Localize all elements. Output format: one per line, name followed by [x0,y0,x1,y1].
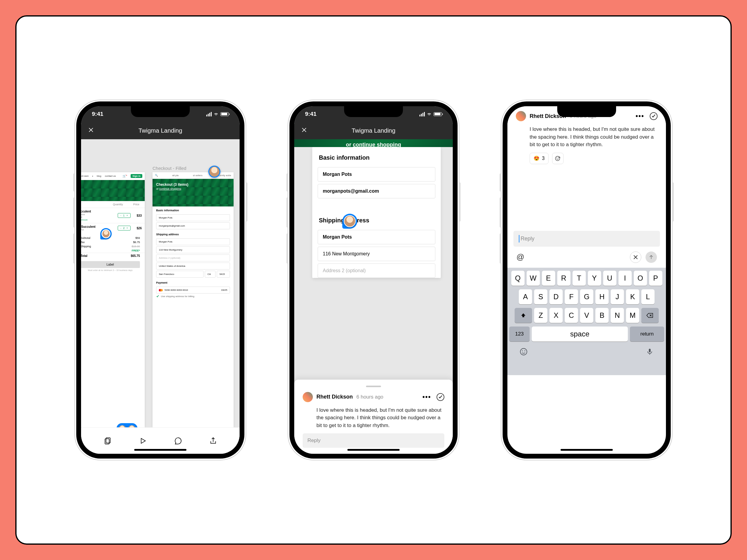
quantity-stepper[interactable]: - 2 + [118,226,131,231]
quantity-stepper[interactable]: - 1 + [118,213,131,218]
comment-time: 6 hours ago [356,394,383,400]
key-i[interactable]: I [618,271,632,286]
key-v[interactable]: V [580,308,593,323]
key-q[interactable]: Q [511,271,524,286]
add-reaction-button[interactable] [552,153,564,164]
artboard-cart[interactable]: plant care▾ blog contact us 🛒● Sign in Q… [81,172,145,427]
space-key[interactable]: space [532,326,628,342]
home-indicator[interactable] [561,449,613,451]
pages-icon[interactable] [104,437,112,446]
address-field[interactable]: 116 New Montgomery [318,247,435,261]
card-field[interactable]: 5206 8283 8283 8310 03/25 [156,287,230,294]
shift-key[interactable] [515,308,532,323]
label-button[interactable]: Label [81,261,140,268]
address2-field[interactable]: Address 2 (optional) [156,255,230,261]
resolve-icon[interactable] [650,112,658,120]
continue-shopping-link[interactable]: continue shopping [353,142,401,148]
key-g[interactable]: G [580,289,593,304]
name-field[interactable]: Morgan Pots [156,214,230,221]
remove-link[interactable]: Remove [81,218,118,221]
return-key[interactable]: return [630,326,664,342]
comment-panel: Rhett Dickson 6 hours ago ••• I love whe… [294,380,453,454]
key-z[interactable]: Z [534,308,547,323]
key-j[interactable]: J [611,289,624,304]
country-field[interactable]: United States of America [156,263,230,269]
col-price: Price [133,203,139,206]
reply-input[interactable]: Reply [513,231,660,247]
key-e[interactable]: E [542,271,555,286]
close-icon[interactable] [88,126,94,135]
cart-icon[interactable]: 🛒● [123,175,127,178]
continue-shopping-link[interactable]: continue shopping [159,187,181,190]
name-field[interactable]: Morgan Pots [318,167,435,182]
design-detail[interactable]: Basic information Morgan Pots morganpots… [294,147,453,344]
design-canvas[interactable]: plant care▾ blog contact us 🛒● Sign in Q… [81,139,239,427]
resolve-icon[interactable] [437,393,444,401]
key-p[interactable]: P [649,271,662,286]
page-title: Twigma Landing [352,127,395,134]
key-k[interactable]: K [626,289,639,304]
address2-field[interactable]: Address 2 (optional) [318,264,435,278]
close-icon[interactable] [301,126,307,135]
search-icon[interactable]: 🔍 [155,174,158,177]
cancel-button[interactable] [630,251,641,263]
backspace-key[interactable] [641,308,659,323]
artboard-checkout[interactable]: Checkout - Filled 🔍 all pla st sellers r… [153,172,234,427]
key-w[interactable]: W [526,271,540,286]
more-icon[interactable]: ••• [422,393,431,401]
nav-link[interactable]: contact us [105,175,115,177]
key-c[interactable]: C [565,308,578,323]
state-field[interactable]: CA [205,271,215,277]
avatar [516,111,526,121]
mic-key[interactable] [645,348,654,357]
key-y[interactable]: Y [588,271,601,286]
billing-checkbox[interactable]: Use shipping address for billing [156,295,230,298]
email-field[interactable]: morganpots@gmail.com [318,184,435,198]
numbers-key[interactable]: 123 [509,326,530,342]
reply-input[interactable]: Reply [303,433,444,448]
comment-icon[interactable] [174,437,182,446]
play-icon[interactable] [139,437,147,446]
collaborator-avatar[interactable] [208,166,221,178]
key-a[interactable]: A [519,289,532,304]
key-l[interactable]: L [641,289,654,304]
send-button[interactable] [645,251,657,263]
key-x[interactable]: X [549,308,563,323]
email-field[interactable]: morganpots@gmail.com [156,222,230,229]
col-quantity: Quantity [113,203,123,206]
signin-button[interactable]: Sign in [131,174,142,178]
home-indicator[interactable] [134,449,186,451]
key-n[interactable]: N [611,308,624,323]
key-f[interactable]: F [565,289,578,304]
key-b[interactable]: B [595,308,609,323]
more-icon[interactable]: ••• [636,112,644,120]
shipping-name-field[interactable]: Morgan Pots [318,230,435,244]
zip-field[interactable]: 9415 [217,271,230,277]
comment-pin[interactable] [342,214,357,229]
home-indicator[interactable] [347,449,400,451]
key-m[interactable]: M [626,308,639,323]
drag-handle[interactable] [366,385,381,387]
key-s[interactable]: S [534,289,547,304]
battery-icon [221,112,229,116]
nav-link[interactable]: blog [97,175,101,177]
key-t[interactable]: T [572,271,586,286]
key-u[interactable]: U [603,271,616,286]
city-field[interactable]: San Francisco [156,271,204,277]
emoji-key[interactable] [519,348,528,357]
collaborator-cursor[interactable] [100,228,112,239]
heart-eyes-emoji-icon: 😍 [534,156,540,161]
collaborator-group[interactable] [117,423,137,427]
share-icon[interactable] [209,437,217,446]
address-field[interactable]: 116 New Montgomery [156,246,230,253]
key-d[interactable]: D [549,289,563,304]
svg-point-4 [558,158,559,158]
nav-link[interactable]: plant care [81,175,88,177]
key-h[interactable]: H [595,289,609,304]
key-r[interactable]: R [557,271,570,286]
key-o[interactable]: O [634,271,647,286]
reaction-chip[interactable]: 😍 3 [530,153,548,164]
shipping-name-field[interactable]: Morgan Pots [156,238,230,245]
checkout-title: Checkout (3 items) [156,183,230,187]
mention-button[interactable]: @ [516,252,524,262]
